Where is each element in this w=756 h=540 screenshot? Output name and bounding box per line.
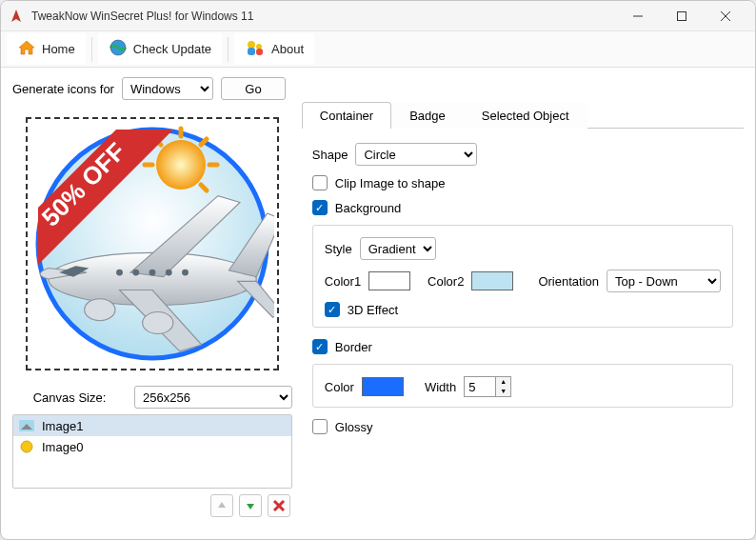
orientation-select[interactable]: Top - Down [607, 270, 721, 292]
home-icon [17, 38, 36, 60]
layer-thumb-icon [19, 418, 34, 433]
window-title: TweakNow WinSecret Plus! for Windows 11 [31, 10, 616, 23]
go-button[interactable]: Go [221, 77, 286, 100]
globe-icon [109, 38, 128, 60]
svg-point-26 [182, 270, 189, 276]
layer-buttons [12, 494, 292, 517]
tab-bar: Container Badge Selected Object [302, 102, 744, 129]
svg-rect-1 [678, 11, 686, 20]
left-panel: Generate icons for Windows Go [12, 77, 292, 528]
tab-badge[interactable]: Badge [391, 102, 464, 129]
icon-preview: 50% OFF [30, 122, 274, 366]
layer-row[interactable]: Image0 [13, 436, 291, 457]
svg-rect-7 [248, 48, 255, 55]
svg-point-22 [116, 270, 123, 276]
svg-point-20 [85, 299, 115, 321]
style-label: Style [325, 242, 352, 256]
about-button[interactable]: About [234, 33, 314, 65]
svg-point-6 [248, 41, 255, 49]
app-icon [9, 9, 24, 24]
layer-thumb-icon [19, 439, 34, 454]
effect3d-checkbox[interactable]: ✓ [325, 302, 340, 317]
layer-name: Image1 [42, 419, 83, 433]
style-select[interactable]: Gradient [360, 237, 436, 260]
border-width-input[interactable] [465, 377, 495, 396]
minimize-button[interactable] [616, 1, 660, 31]
icon-canvas[interactable]: 50% OFF [26, 117, 279, 370]
tab-container[interactable]: Container [302, 102, 391, 129]
background-group: Style Gradient Color1 Color2 Orientation… [312, 225, 733, 328]
effect3d-label: 3D Effect [348, 303, 398, 317]
spinner-down-icon[interactable]: ▼ [496, 387, 510, 396]
border-color-swatch[interactable] [362, 377, 404, 396]
layer-row[interactable]: Image1 [13, 415, 291, 436]
svg-point-21 [143, 312, 173, 334]
layer-name: Image0 [42, 440, 83, 454]
shape-select[interactable]: Circle [355, 143, 477, 166]
clip-checkbox[interactable] [312, 175, 328, 190]
app-window: TweakNow WinSecret Plus! for Windows 11 … [0, 0, 756, 540]
svg-point-28 [21, 441, 32, 452]
glossy-label: Glossy [335, 420, 373, 434]
color2-label: Color2 [428, 274, 464, 289]
border-width-label: Width [425, 380, 456, 394]
right-panel: Container Badge Selected Object Shape Ci… [302, 77, 744, 528]
maximize-button[interactable] [660, 1, 704, 31]
about-icon [245, 38, 266, 60]
main-toolbar: Home Check Update About [1, 31, 755, 68]
border-width-spinner[interactable]: ▲▼ [464, 376, 511, 397]
toolbar-separator [91, 37, 92, 62]
color2-swatch[interactable] [471, 271, 513, 290]
content-area: Generate icons for Windows Go [1, 68, 755, 539]
home-button[interactable]: Home [7, 33, 86, 65]
border-label: Border [335, 340, 372, 354]
glossy-checkbox[interactable] [312, 419, 328, 434]
orientation-label: Orientation [538, 274, 599, 289]
color1-label: Color1 [325, 274, 361, 289]
toolbar-separator [228, 37, 229, 62]
home-label: Home [42, 42, 75, 56]
spinner-up-icon[interactable]: ▲ [496, 377, 510, 387]
border-checkbox[interactable]: ✓ [312, 339, 328, 354]
svg-point-24 [149, 270, 155, 276]
svg-point-11 [156, 140, 206, 190]
canvas-size-label: Canvas Size: [12, 390, 127, 405]
titlebar: TweakNow WinSecret Plus! for Windows 11 [1, 1, 755, 31]
color1-swatch[interactable] [368, 271, 410, 290]
delete-layer-button[interactable] [268, 494, 290, 517]
background-checkbox[interactable]: ✓ [312, 200, 328, 215]
tab-selected-object[interactable]: Selected Object [464, 102, 587, 129]
background-label: Background [335, 201, 401, 215]
close-button[interactable] [704, 1, 747, 31]
about-label: About [271, 42, 304, 56]
move-up-button[interactable] [210, 494, 233, 517]
clip-label: Clip Image to shape [335, 176, 446, 190]
border-color-label: Color [325, 380, 354, 394]
generate-target-select[interactable]: Windows [122, 77, 213, 100]
svg-point-25 [166, 270, 172, 276]
shape-label: Shape [312, 148, 348, 162]
check-update-label: Check Update [133, 42, 211, 56]
move-down-button[interactable] [239, 494, 262, 517]
generate-row: Generate icons for Windows Go [12, 77, 292, 100]
svg-rect-9 [256, 49, 263, 55]
border-group: Color Width ▲▼ [312, 364, 733, 408]
container-panel: Shape Circle Clip Image to shape ✓ Backg… [302, 129, 744, 458]
layers-list[interactable]: Image1 Image0 [12, 414, 292, 489]
canvas-size-select[interactable]: 256x256 [134, 386, 292, 409]
generate-label: Generate icons for [12, 82, 114, 96]
svg-point-23 [132, 270, 139, 276]
check-update-button[interactable]: Check Update [98, 33, 222, 65]
canvas-size-row: Canvas Size: 256x256 [12, 386, 292, 409]
